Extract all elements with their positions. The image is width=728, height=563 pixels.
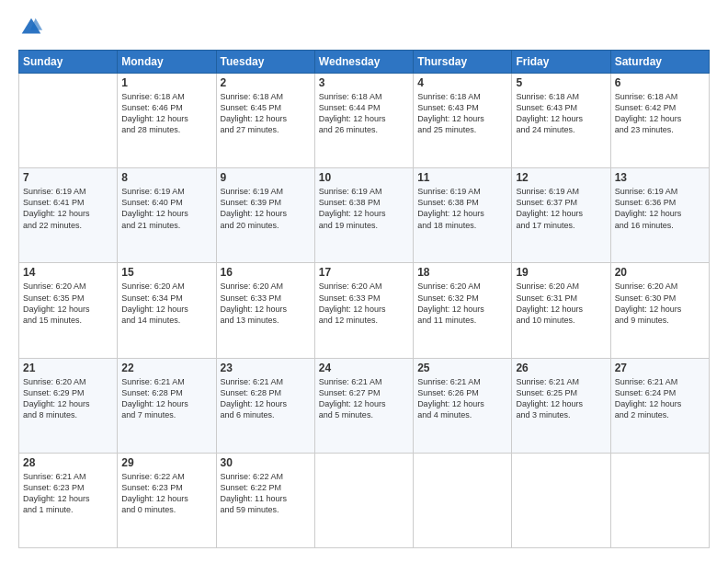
calendar-cell: 11Sunrise: 6:19 AM Sunset: 6:38 PM Dayli… — [414, 168, 512, 263]
day-info: Sunrise: 6:21 AM Sunset: 6:23 PM Dayligh… — [23, 471, 113, 516]
calendar-cell: 29Sunrise: 6:22 AM Sunset: 6:23 PM Dayli… — [118, 453, 216, 547]
calendar-cell: 4Sunrise: 6:18 AM Sunset: 6:43 PM Daylig… — [414, 74, 512, 168]
calendar-cell: 27Sunrise: 6:21 AM Sunset: 6:24 PM Dayli… — [610, 358, 709, 453]
day-number: 1 — [121, 76, 211, 89]
calendar-cell: 24Sunrise: 6:21 AM Sunset: 6:27 PM Dayli… — [314, 358, 413, 453]
logo — [18, 15, 48, 40]
calendar-cell: 6Sunrise: 6:18 AM Sunset: 6:42 PM Daylig… — [610, 74, 709, 168]
day-number: 3 — [319, 76, 409, 89]
day-info: Sunrise: 6:18 AM Sunset: 6:45 PM Dayligh… — [221, 91, 311, 136]
calendar-week-row: 7Sunrise: 6:19 AM Sunset: 6:41 PM Daylig… — [19, 168, 710, 263]
calendar-cell: 9Sunrise: 6:19 AM Sunset: 6:39 PM Daylig… — [216, 168, 314, 263]
calendar-cell: 26Sunrise: 6:21 AM Sunset: 6:25 PM Dayli… — [512, 358, 610, 453]
day-number: 5 — [516, 76, 606, 89]
day-number: 28 — [23, 456, 113, 469]
day-info: Sunrise: 6:20 AM Sunset: 6:34 PM Dayligh… — [121, 281, 211, 326]
day-number: 2 — [221, 76, 311, 89]
calendar-cell: 18Sunrise: 6:20 AM Sunset: 6:32 PM Dayli… — [414, 263, 512, 358]
day-number: 8 — [121, 171, 211, 184]
calendar-cell: 30Sunrise: 6:22 AM Sunset: 6:22 PM Dayli… — [216, 453, 314, 547]
weekday-header: Saturday — [610, 51, 709, 74]
day-number: 7 — [23, 171, 113, 184]
day-number: 17 — [319, 266, 409, 279]
day-number: 23 — [221, 362, 311, 374]
calendar-cell: 1Sunrise: 6:18 AM Sunset: 6:46 PM Daylig… — [118, 74, 216, 168]
day-info: Sunrise: 6:20 AM Sunset: 6:35 PM Dayligh… — [23, 281, 113, 326]
calendar-cell: 22Sunrise: 6:21 AM Sunset: 6:28 PM Dayli… — [118, 358, 216, 453]
day-number: 26 — [516, 362, 606, 374]
weekday-header: Sunday — [19, 51, 118, 74]
calendar-week-row: 28Sunrise: 6:21 AM Sunset: 6:23 PM Dayli… — [19, 453, 710, 547]
day-number: 4 — [417, 76, 507, 89]
day-info: Sunrise: 6:18 AM Sunset: 6:46 PM Dayligh… — [121, 91, 211, 136]
day-info: Sunrise: 6:20 AM Sunset: 6:29 PM Dayligh… — [23, 376, 113, 421]
calendar-cell — [314, 453, 413, 547]
day-info: Sunrise: 6:20 AM Sunset: 6:31 PM Dayligh… — [516, 281, 606, 326]
calendar-cell: 10Sunrise: 6:19 AM Sunset: 6:38 PM Dayli… — [314, 168, 413, 263]
calendar-table: SundayMondayTuesdayWednesdayThursdayFrid… — [18, 50, 710, 548]
day-info: Sunrise: 6:21 AM Sunset: 6:27 PM Dayligh… — [319, 376, 409, 421]
day-number: 22 — [121, 362, 211, 374]
weekday-header: Monday — [118, 51, 216, 74]
day-info: Sunrise: 6:21 AM Sunset: 6:28 PM Dayligh… — [221, 376, 311, 421]
calendar-cell: 5Sunrise: 6:18 AM Sunset: 6:43 PM Daylig… — [512, 74, 610, 168]
day-number: 20 — [615, 266, 705, 279]
day-info: Sunrise: 6:19 AM Sunset: 6:41 PM Dayligh… — [23, 186, 113, 231]
day-number: 9 — [221, 171, 311, 184]
day-number: 12 — [516, 171, 606, 184]
calendar-week-row: 14Sunrise: 6:20 AM Sunset: 6:35 PM Dayli… — [19, 263, 710, 358]
calendar-cell — [19, 74, 118, 168]
calendar-cell: 28Sunrise: 6:21 AM Sunset: 6:23 PM Dayli… — [19, 453, 118, 547]
weekday-header: Tuesday — [216, 51, 314, 74]
calendar-week-row: 21Sunrise: 6:20 AM Sunset: 6:29 PM Dayli… — [19, 358, 710, 453]
day-number: 21 — [23, 362, 113, 374]
day-info: Sunrise: 6:20 AM Sunset: 6:30 PM Dayligh… — [615, 281, 705, 326]
calendar-week-row: 1Sunrise: 6:18 AM Sunset: 6:46 PM Daylig… — [19, 74, 710, 168]
day-info: Sunrise: 6:19 AM Sunset: 6:36 PM Dayligh… — [615, 186, 705, 231]
calendar-cell: 14Sunrise: 6:20 AM Sunset: 6:35 PM Dayli… — [19, 263, 118, 358]
day-number: 27 — [615, 362, 705, 374]
day-number: 16 — [221, 266, 311, 279]
day-number: 19 — [516, 266, 606, 279]
calendar-cell — [512, 453, 610, 547]
calendar-cell: 21Sunrise: 6:20 AM Sunset: 6:29 PM Dayli… — [19, 358, 118, 453]
day-info: Sunrise: 6:21 AM Sunset: 6:28 PM Dayligh… — [121, 376, 211, 421]
day-info: Sunrise: 6:19 AM Sunset: 6:37 PM Dayligh… — [516, 186, 606, 231]
calendar-cell: 3Sunrise: 6:18 AM Sunset: 6:44 PM Daylig… — [314, 74, 413, 168]
day-number: 24 — [319, 362, 409, 374]
day-info: Sunrise: 6:19 AM Sunset: 6:38 PM Dayligh… — [417, 186, 507, 231]
day-info: Sunrise: 6:20 AM Sunset: 6:33 PM Dayligh… — [221, 281, 311, 326]
day-number: 29 — [121, 456, 211, 469]
day-number: 18 — [417, 266, 507, 279]
page: SundayMondayTuesdayWednesdayThursdayFrid… — [0, 0, 728, 563]
day-number: 14 — [23, 266, 113, 279]
weekday-header: Thursday — [414, 51, 512, 74]
day-info: Sunrise: 6:21 AM Sunset: 6:26 PM Dayligh… — [417, 376, 507, 421]
calendar-cell: 8Sunrise: 6:19 AM Sunset: 6:40 PM Daylig… — [118, 168, 216, 263]
calendar-cell: 16Sunrise: 6:20 AM Sunset: 6:33 PM Dayli… — [216, 263, 314, 358]
day-info: Sunrise: 6:22 AM Sunset: 6:22 PM Dayligh… — [221, 471, 311, 516]
header — [18, 15, 710, 40]
day-info: Sunrise: 6:22 AM Sunset: 6:23 PM Dayligh… — [121, 471, 211, 516]
day-info: Sunrise: 6:21 AM Sunset: 6:24 PM Dayligh… — [615, 376, 705, 421]
calendar-cell: 25Sunrise: 6:21 AM Sunset: 6:26 PM Dayli… — [414, 358, 512, 453]
calendar-cell: 23Sunrise: 6:21 AM Sunset: 6:28 PM Dayli… — [216, 358, 314, 453]
day-number: 25 — [417, 362, 507, 374]
day-number: 11 — [417, 171, 507, 184]
day-info: Sunrise: 6:20 AM Sunset: 6:32 PM Dayligh… — [417, 281, 507, 326]
calendar-cell: 13Sunrise: 6:19 AM Sunset: 6:36 PM Dayli… — [610, 168, 709, 263]
calendar-cell — [414, 453, 512, 547]
day-info: Sunrise: 6:20 AM Sunset: 6:33 PM Dayligh… — [319, 281, 409, 326]
day-number: 13 — [615, 171, 705, 184]
calendar-cell: 2Sunrise: 6:18 AM Sunset: 6:45 PM Daylig… — [216, 74, 314, 168]
calendar-cell: 15Sunrise: 6:20 AM Sunset: 6:34 PM Dayli… — [118, 263, 216, 358]
calendar-cell — [610, 453, 709, 547]
calendar-header-row: SundayMondayTuesdayWednesdayThursdayFrid… — [19, 51, 710, 74]
calendar-cell: 7Sunrise: 6:19 AM Sunset: 6:41 PM Daylig… — [19, 168, 118, 263]
day-info: Sunrise: 6:19 AM Sunset: 6:38 PM Dayligh… — [319, 186, 409, 231]
day-info: Sunrise: 6:18 AM Sunset: 6:43 PM Dayligh… — [516, 91, 606, 136]
day-info: Sunrise: 6:19 AM Sunset: 6:40 PM Dayligh… — [121, 186, 211, 231]
weekday-header: Friday — [512, 51, 610, 74]
calendar-cell: 20Sunrise: 6:20 AM Sunset: 6:30 PM Dayli… — [610, 263, 709, 358]
calendar-cell: 12Sunrise: 6:19 AM Sunset: 6:37 PM Dayli… — [512, 168, 610, 263]
